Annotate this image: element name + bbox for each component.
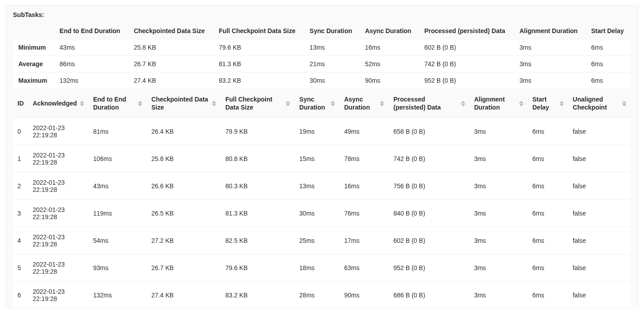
table-row[interactable]: 52022-01-23 22:19:2893ms26.7 KB79.6 KB18… <box>13 254 631 282</box>
cell-cp: 26.7 KB <box>147 254 221 282</box>
svg-marker-2 <box>138 101 142 103</box>
summary-cell-e2e: 86ms <box>54 56 129 72</box>
cell-sync: 19ms <box>295 118 339 145</box>
table-row[interactable]: 12022-01-23 22:19:28106ms25.8 KB80.8 KB1… <box>13 145 631 173</box>
detail-col-align[interactable]: Alignment Duration <box>470 89 528 118</box>
summary-cell-async: 16ms <box>360 39 419 56</box>
cell-align: 3ms <box>470 227 528 254</box>
cell-ack: 2022-01-23 22:19:28 <box>28 282 89 309</box>
summary-cell-delay: 6ms <box>586 39 631 56</box>
cell-async: 49ms <box>339 118 389 145</box>
table-row[interactable]: 32022-01-23 22:19:28119ms26.5 KB81.3 KB3… <box>13 200 631 227</box>
table-row[interactable]: 22022-01-23 22:19:2843ms26.6 KB80.3 KB13… <box>13 173 631 200</box>
summary-row: Minimum43ms25.8 KB79.6 KB13ms16ms602 B (… <box>13 39 631 56</box>
svg-marker-10 <box>380 101 384 103</box>
cell-unaligned: false <box>568 173 631 200</box>
cell-async: 90ms <box>339 282 389 309</box>
cell-async: 76ms <box>339 200 389 227</box>
cell-unaligned: false <box>568 227 631 254</box>
table-row[interactable]: 42022-01-23 22:19:2854ms27.2 KB82.5 KB25… <box>13 227 631 254</box>
summary-cell-full: 79.6 KB <box>214 39 305 56</box>
cell-full: 79.6 KB <box>221 254 295 282</box>
cell-async: 78ms <box>339 145 389 173</box>
sort-icon[interactable] <box>212 101 216 106</box>
panel-title: SubTasks: <box>13 11 631 18</box>
sort-icon[interactable] <box>622 101 627 106</box>
cell-cp: 26.5 KB <box>147 200 221 227</box>
cell-cp: 25.8 KB <box>147 145 221 173</box>
svg-marker-6 <box>286 101 290 103</box>
cell-delay: 6ms <box>528 254 568 282</box>
cell-full: 79.9 KB <box>221 118 295 145</box>
cell-ack: 2022-01-23 22:19:28 <box>28 200 89 227</box>
sort-icon[interactable] <box>331 101 335 106</box>
cell-delay: 6ms <box>528 145 568 173</box>
cell-sync: 18ms <box>295 254 339 282</box>
cell-full: 80.8 KB <box>221 145 295 173</box>
summary-cell-delay: 6ms <box>586 72 631 89</box>
summary-cell-sync: 13ms <box>304 39 360 56</box>
detail-col-proc[interactable]: Processed (persisted) Data <box>389 89 469 118</box>
cell-full: 82.5 KB <box>221 227 295 254</box>
svg-marker-7 <box>286 104 290 106</box>
svg-marker-11 <box>380 104 384 106</box>
summary-cell-cp: 25.8 KB <box>129 39 214 56</box>
cell-proc: 686 B (0 B) <box>389 282 469 309</box>
subtasks-panel: SubTasks: End to End Duration Checkpoint… <box>5 5 639 309</box>
summary-cell-align: 3ms <box>514 39 586 56</box>
table-row[interactable]: 02022-01-23 22:19:2881ms26.4 KB79.9 KB19… <box>13 118 631 145</box>
detail-col-async[interactable]: Async Duration <box>339 89 389 118</box>
cell-align: 3ms <box>470 173 528 200</box>
cell-e2e: 93ms <box>89 254 147 282</box>
cell-e2e: 81ms <box>89 118 147 145</box>
cell-sync: 30ms <box>295 200 339 227</box>
detail-col-label: Processed (persisted) Data <box>393 95 458 111</box>
sort-icon[interactable] <box>461 101 465 106</box>
cell-id: 3 <box>13 200 28 227</box>
cell-e2e: 119ms <box>89 200 147 227</box>
detail-col-cp[interactable]: Checkpointed Data Size <box>147 89 221 118</box>
cell-e2e: 132ms <box>89 282 147 309</box>
sort-icon[interactable] <box>559 101 564 106</box>
cell-ack: 2022-01-23 22:19:28 <box>28 254 89 282</box>
svg-marker-3 <box>138 104 142 106</box>
summary-cell-proc: 952 B (0 B) <box>419 72 514 89</box>
sort-icon[interactable] <box>138 101 142 106</box>
sort-icon[interactable] <box>286 101 290 106</box>
detail-col-delay[interactable]: Start Delay <box>528 89 568 118</box>
summary-row: Maximum132ms27.4 KB83.2 KB30ms90ms952 B … <box>13 72 631 89</box>
cell-async: 63ms <box>339 254 389 282</box>
cell-sync: 25ms <box>295 227 339 254</box>
detail-col-unaligned[interactable]: Unaligned Checkpoint <box>568 89 631 118</box>
summary-col-cp: Checkpointed Data Size <box>129 23 214 39</box>
detail-col-label: End to End Duration <box>93 95 135 111</box>
summary-table: End to End Duration Checkpointed Data Si… <box>13 23 631 89</box>
summary-col-align: Alignment Duration <box>514 23 586 39</box>
detail-col-ack[interactable]: Acknowledged <box>28 89 89 118</box>
cell-align: 3ms <box>470 118 528 145</box>
table-row[interactable]: 62022-01-23 22:19:28132ms27.4 KB83.2 KB2… <box>13 282 631 309</box>
svg-marker-16 <box>559 101 564 103</box>
svg-marker-4 <box>212 101 216 103</box>
svg-marker-15 <box>519 104 524 106</box>
cell-delay: 6ms <box>528 200 568 227</box>
cell-proc: 602 B (0 B) <box>389 227 469 254</box>
cell-cp: 27.2 KB <box>147 227 221 254</box>
sort-icon[interactable] <box>80 101 84 106</box>
detail-col-label: Async Duration <box>344 95 377 111</box>
summary-cell-e2e: 132ms <box>54 72 129 89</box>
detail-col-e2e[interactable]: End to End Duration <box>89 89 147 118</box>
summary-cell-label: Average <box>13 56 54 72</box>
sort-icon[interactable] <box>519 101 524 106</box>
detail-col-sync[interactable]: Sync Duration <box>295 89 339 118</box>
detail-col-full[interactable]: Full Checkpoint Data Size <box>221 89 295 118</box>
summary-cell-label: Minimum <box>13 39 54 56</box>
cell-unaligned: false <box>568 145 631 173</box>
svg-marker-14 <box>519 101 524 103</box>
cell-sync: 28ms <box>295 282 339 309</box>
cell-cp: 27.4 KB <box>147 282 221 309</box>
sort-icon[interactable] <box>380 101 384 106</box>
detail-col-label: Sync Duration <box>299 95 328 111</box>
cell-delay: 6ms <box>528 173 568 200</box>
cell-proc: 658 B (0 B) <box>389 118 469 145</box>
